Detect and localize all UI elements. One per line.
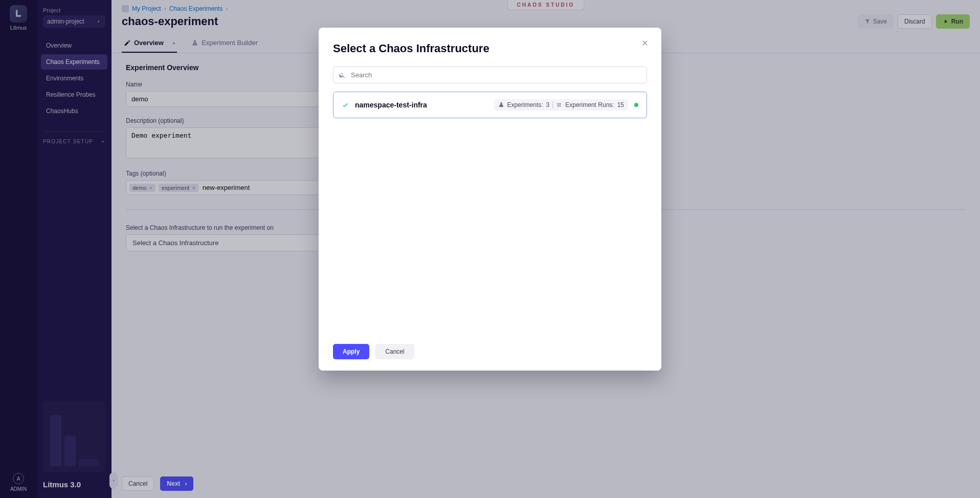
apply-button[interactable]: Apply bbox=[333, 344, 369, 359]
close-icon[interactable] bbox=[641, 39, 649, 49]
list-icon bbox=[556, 102, 562, 108]
infra-search-input[interactable] bbox=[350, 71, 641, 79]
infra-name: namespace-test-infra bbox=[355, 101, 427, 109]
search-icon bbox=[339, 72, 346, 79]
modal-footer: Apply Cancel bbox=[333, 344, 647, 359]
check-icon bbox=[342, 101, 349, 109]
modal-overlay[interactable]: Select a Chaos Infrastructure namespace-… bbox=[0, 0, 980, 498]
flask-icon bbox=[498, 102, 504, 108]
infra-search[interactable] bbox=[333, 67, 647, 83]
modal-cancel-button[interactable]: Cancel bbox=[375, 344, 414, 359]
infra-stats-chip: Experiments: 3 Experiment Runs: 15 bbox=[494, 99, 628, 111]
status-dot-active bbox=[634, 103, 638, 107]
modal-title: Select a Chaos Infrastructure bbox=[333, 42, 647, 55]
infra-option[interactable]: namespace-test-infra Experiments: 3 Expe… bbox=[333, 92, 647, 118]
select-infra-modal: Select a Chaos Infrastructure namespace-… bbox=[319, 28, 661, 371]
infra-meta: Experiments: 3 Experiment Runs: 15 bbox=[494, 99, 638, 111]
